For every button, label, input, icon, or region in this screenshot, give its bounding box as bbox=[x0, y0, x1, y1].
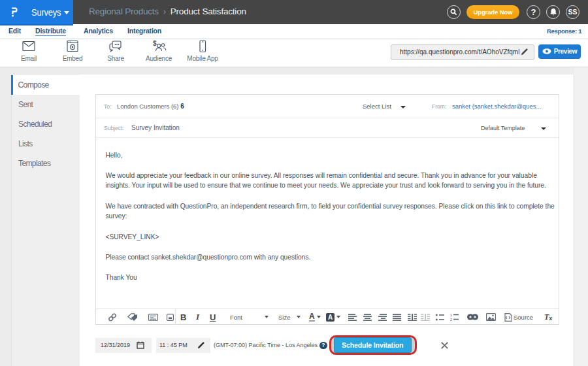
svg-text:1: 1 bbox=[450, 313, 452, 317]
svg-text:2: 2 bbox=[450, 318, 452, 321]
svg-text:$: $ bbox=[153, 40, 157, 47]
